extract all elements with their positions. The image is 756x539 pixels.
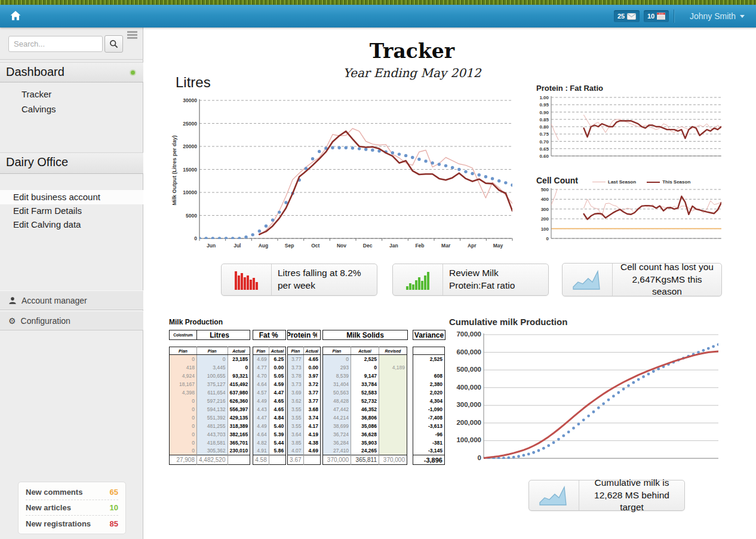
- table-cell: 5.40: [269, 422, 285, 430]
- table-cell: 0: [170, 439, 197, 447]
- svg-text:30000: 30000: [183, 97, 197, 103]
- stat-row-new-articles[interactable]: New articles 10: [26, 500, 118, 516]
- alert-cell-count-loss: Cell count has lost you 2,647KgsMS this …: [562, 263, 722, 296]
- table-row: 48,42852,732: [322, 397, 407, 405]
- table-cell: 36,724: [322, 430, 351, 439]
- svg-text:Sep: Sep: [285, 243, 294, 249]
- alert-text: 2,647KgsMS this season: [619, 274, 715, 299]
- table-cell: 23,185: [228, 355, 250, 363]
- svg-text:700,000: 700,000: [456, 330, 481, 338]
- sidebar-collapse-button[interactable]: [127, 31, 137, 38]
- table-cell: 52,583: [351, 388, 379, 397]
- stat-row-new-comments[interactable]: New comments 65: [26, 485, 118, 500]
- sidebar-item-tracker[interactable]: Tracker: [0, 87, 143, 102]
- table-cell: 47,442: [322, 405, 351, 414]
- table-cell: 3.64: [288, 430, 303, 439]
- table-cell: 5.44: [269, 439, 285, 447]
- table-cell: 2,020: [413, 388, 444, 397]
- svg-text:Aug: Aug: [259, 243, 269, 249]
- table-row: 4.696.25: [253, 355, 286, 363]
- column-group-header: Milk Solids: [323, 330, 407, 339]
- table-cell: 3.62: [288, 397, 303, 405]
- table-total-cell: 370,000: [379, 455, 407, 465]
- sidebar-link-account-manager[interactable]: Account manager: [0, 290, 143, 310]
- search-icon: [109, 39, 118, 48]
- calendar-icon: [657, 13, 665, 20]
- svg-text:0: 0: [194, 235, 197, 241]
- sidebar: Dashboard Tracker Calvings Dairy Office …: [0, 27, 143, 539]
- table-row: 4.645.39: [253, 430, 286, 439]
- table-cell: 382,165: [228, 430, 250, 439]
- table-cell: 3.77: [303, 397, 320, 405]
- table-cell: 5.39: [269, 430, 285, 439]
- cell-count-chart-canvas: 0100200300400500: [535, 186, 724, 244]
- table-cell: 594,132: [197, 405, 228, 414]
- sidebar-item-edit-calving-data[interactable]: Edit Calving data: [0, 218, 143, 232]
- table-row: 2,380: [413, 380, 444, 388]
- table-cell: 4.43: [253, 405, 269, 414]
- gear-icon: ⚙: [8, 316, 16, 326]
- table-row: 3.553.74: [288, 414, 321, 422]
- stat-value: 65: [110, 488, 118, 497]
- table-row: 3.693.77: [288, 388, 321, 397]
- table-cell: 4.49: [253, 422, 269, 430]
- table-cell: 52,732: [351, 397, 379, 405]
- sidebar-section-dairy-office[interactable]: Dairy Office: [0, 152, 143, 174]
- table-cell: 3.72: [303, 380, 320, 388]
- section-title: Dairy Office: [6, 155, 68, 169]
- blue-area-icon: [563, 264, 613, 296]
- table-row: -1,090: [413, 405, 444, 414]
- stat-value: 85: [110, 519, 118, 528]
- svg-text:0.95: 0.95: [539, 102, 549, 108]
- stat-row-new-registrations[interactable]: New registrations 85: [26, 516, 118, 531]
- table-cell: 38,699: [322, 422, 351, 430]
- sidebar-link-configuration[interactable]: ⚙ Configuration: [0, 311, 143, 330]
- table-cell: 608: [413, 372, 444, 380]
- sidebar-section-dashboard[interactable]: Dashboard: [0, 62, 143, 82]
- column-subheader: Plan: [170, 347, 197, 355]
- table-row: 4.705.05: [253, 372, 286, 380]
- table-cell: 4.84: [269, 414, 285, 422]
- table-cell: -96: [413, 430, 444, 439]
- user-menu[interactable]: Johny Smith: [684, 5, 750, 27]
- table-row: -3,145: [413, 447, 444, 455]
- page-title: Tracker: [143, 39, 681, 63]
- table-row: 4,398611,654637,980: [170, 388, 250, 397]
- table-cell: 50,563: [322, 388, 351, 397]
- table-row: 4.574.47: [253, 388, 286, 397]
- sidebar-item-calvings[interactable]: Calvings: [0, 102, 143, 117]
- svg-text:100,000: 100,000: [456, 436, 481, 443]
- home-button[interactable]: [10, 10, 25, 22]
- stat-label: New articles: [26, 503, 71, 512]
- table-cell: 0: [170, 447, 197, 455]
- table-row: 47,44246,352: [322, 405, 407, 414]
- column-group-header: Protein %: [288, 330, 317, 339]
- table-row: 3.553.68: [288, 405, 321, 414]
- search-input[interactable]: [8, 36, 103, 52]
- sidebar-item-edit-business-account[interactable]: Edit business account: [0, 190, 143, 204]
- column-group-header: Litres: [197, 330, 242, 339]
- column-subheader: Revised: [379, 347, 407, 355]
- table-cell: -381: [413, 439, 444, 447]
- search-button[interactable]: [105, 35, 123, 53]
- column-subheader: Actual: [228, 347, 250, 355]
- alert-text: per week: [278, 280, 371, 292]
- svg-text:May: May: [493, 243, 503, 249]
- table-total-row: 3.67: [288, 455, 321, 465]
- sidebar-item-edit-farm-details[interactable]: Edit Farm Details: [0, 204, 143, 218]
- table-cell: 4.65: [269, 405, 285, 414]
- table-cell: 4.49: [253, 397, 269, 405]
- milk-subtable-fat: Fat %PlanActual4.696.254.770.004.705.054…: [253, 330, 286, 465]
- table-cell: 4.91: [253, 447, 269, 455]
- table-row: 0418,581365,701: [170, 439, 250, 447]
- table-cell: 9,147: [351, 372, 379, 380]
- table-row: 36,72436,628: [322, 430, 407, 439]
- messages-badge[interactable]: 25: [614, 10, 640, 22]
- table-cell: 31,404: [322, 380, 351, 388]
- calendar-badge[interactable]: 10: [644, 10, 669, 22]
- link-label: Account manager: [21, 296, 87, 305]
- table-row: 29304,189: [322, 363, 407, 372]
- table-cell: 418: [170, 363, 197, 372]
- main-content: Tracker Year Ending May 2012 Litres Milk…: [143, 27, 756, 539]
- table-cell: [379, 447, 407, 455]
